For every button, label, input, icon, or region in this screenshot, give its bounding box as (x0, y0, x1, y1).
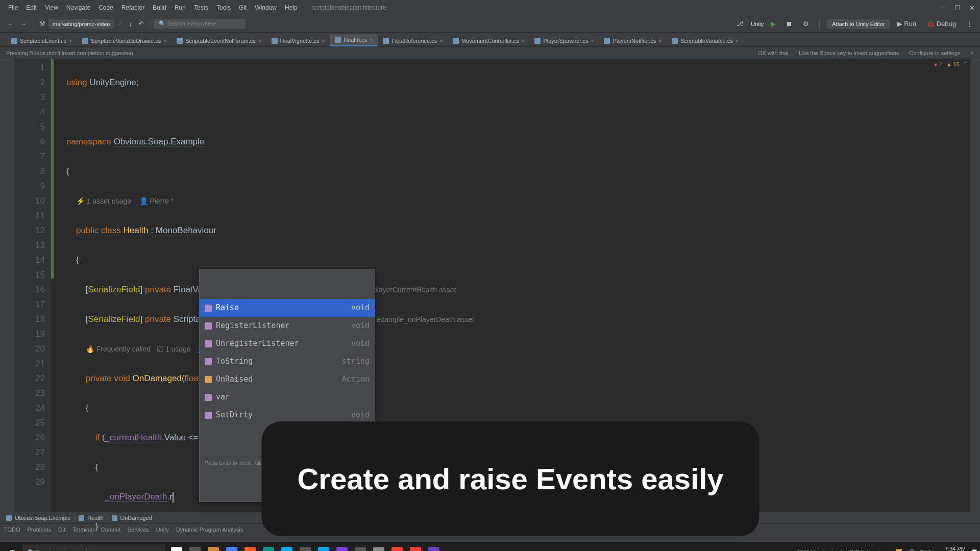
tab-scriptablevariable[interactable]: ScriptableVariable.cs× (667, 35, 743, 46)
hint-action[interactable]: Use the Space key to insert suggestions (799, 50, 899, 56)
tab-playersnotifier[interactable]: PlayersNotifier.cs× (599, 35, 667, 46)
tab-scriptableevent[interactable]: ScriptableEvent.cs× (6, 35, 77, 46)
gear-icon[interactable]: ⚙ (800, 18, 812, 30)
tab-healvignette[interactable]: HealVignette.cs× (266, 35, 330, 46)
file-icon (604, 38, 610, 44)
close-icon[interactable]: × (971, 50, 974, 56)
line-gutter[interactable]: 1234567891011121314151617181920212223242… (15, 59, 51, 512)
menu-edit[interactable]: Edit (22, 4, 41, 11)
promo-overlay: Create and raise Events easily (261, 421, 759, 536)
menu-build[interactable]: Build (149, 4, 170, 11)
play-icon[interactable]: ▶ (768, 18, 779, 30)
tool-tab-problems[interactable]: Problems (28, 527, 51, 533)
ac-item-tostring[interactable]: ToStringstring (200, 353, 375, 370)
close-icon[interactable]: × (522, 38, 525, 44)
main-menu[interactable]: FileEditViewNavigateCodeRefactorBuildRun… (4, 4, 302, 11)
method-icon (205, 305, 212, 312)
tab-floatreference[interactable]: FloatReference.cs× (378, 35, 448, 46)
menu-refactor[interactable]: Refactor (117, 4, 149, 11)
menu-file[interactable]: File (4, 4, 22, 11)
menu-run[interactable]: Run (170, 4, 190, 11)
back-icon[interactable]: ← (4, 18, 17, 30)
start-button[interactable]: ⊞ (2, 542, 22, 552)
close-icon[interactable]: × (591, 38, 594, 44)
menu-code[interactable]: Code (94, 4, 117, 11)
main-toolbar: ← → ⚒ marketing/promo-video ✓ ↓ ↶ 🔍 Sear… (0, 15, 980, 33)
hint-action[interactable]: OK with that (758, 50, 789, 56)
close-icon[interactable]: × (163, 38, 166, 44)
menu-navigate[interactable]: Navigate (62, 4, 94, 11)
menu-git[interactable]: Git (235, 4, 251, 11)
ac-item-unregisterlistener[interactable]: UnregisterListenervoid (200, 335, 375, 353)
stop-icon[interactable]: ⏹ (783, 18, 796, 30)
crumb[interactable]: Obious.Soap.Example (15, 515, 70, 521)
update-icon[interactable]: ↓ (126, 18, 136, 30)
unity-label: Unity (751, 21, 764, 27)
ac-item-var[interactable]: var (200, 388, 375, 406)
file-icon (177, 38, 183, 44)
menu-window[interactable]: Window (251, 4, 281, 11)
file-icon (672, 38, 678, 44)
ac-item-registerlistener[interactable]: RegisterListenervoid (200, 317, 375, 335)
menu-view[interactable]: View (41, 4, 62, 11)
hint-bar: Pressing Space didn't insert completion … (0, 47, 980, 59)
maximize-icon[interactable]: ☐ (953, 4, 962, 12)
editor-tabs: ScriptableEvent.cs×ScriptableVariableDra… (0, 33, 980, 47)
ac-item-raise[interactable]: Raisevoid (200, 299, 375, 317)
code-editor[interactable]: ● 2 ▲ 15 ˅ 12345678910111213141516171819… (15, 59, 970, 512)
close-icon[interactable]: × (370, 37, 373, 43)
method-icon (205, 412, 212, 419)
overlay-text: Create and raise Events easily (297, 471, 723, 486)
close-icon[interactable]: × (439, 38, 443, 44)
tab-scriptablevariabledrawer[interactable]: ScriptableVariableDrawer.cs× (77, 35, 172, 46)
window-controls: − ☐ ✕ (939, 4, 976, 12)
close-icon[interactable]: × (736, 38, 739, 44)
branch-icon[interactable]: ⎇ (733, 18, 747, 30)
file-icon (383, 38, 389, 44)
check-icon[interactable]: ✓ (114, 18, 126, 30)
attach-dropdown[interactable]: Attach to Unity Editor (827, 19, 890, 29)
hint-action[interactable]: Configure in settings (909, 50, 960, 56)
file-icon (335, 37, 341, 43)
menu-help[interactable]: Help (281, 4, 302, 11)
tab-scriptableeventnoparam[interactable]: ScriptableEventNoParam.cs× (172, 35, 266, 46)
method-icon (205, 322, 212, 330)
menu-tools[interactable]: Tools (212, 4, 235, 11)
tab-movementcontroller[interactable]: MovementController.cs× (448, 35, 529, 46)
ac-item-onraised[interactable]: OnRaisedAction (200, 370, 375, 388)
right-tool-rail[interactable] (970, 59, 980, 512)
minimize-icon[interactable]: − (939, 4, 947, 12)
close-icon[interactable]: × (658, 38, 662, 44)
run-config-dropdown[interactable]: marketing/promo-video (48, 19, 114, 29)
file-icon (272, 38, 278, 44)
file-icon (11, 38, 17, 44)
tab-playerspawner[interactable]: PlayerSpawner.cs× (529, 35, 599, 46)
more-icon[interactable]: ⋮ (963, 18, 976, 30)
close-icon[interactable]: × (258, 38, 261, 44)
left-tool-rail[interactable] (0, 59, 15, 512)
hint-text: Pressing Space didn't insert completion … (6, 50, 133, 56)
project-name: scriptableobjectarchitecture (312, 4, 386, 11)
method-icon (205, 340, 212, 347)
event-icon (205, 376, 212, 383)
tab-health[interactable]: Health.cs× (330, 34, 378, 46)
hammer-icon[interactable]: ⚒ (36, 18, 48, 30)
kw-icon (205, 394, 212, 401)
titlebar: FileEditViewNavigateCodeRefactorBuildRun… (0, 0, 980, 15)
tool-tab-todo[interactable]: TODO (4, 527, 20, 533)
close-icon[interactable]: × (322, 38, 325, 44)
close-icon[interactable]: × (69, 38, 72, 44)
run-btn[interactable]: ▶ Run (894, 18, 919, 30)
tool-tab-git[interactable]: Git (58, 527, 65, 533)
file-icon (453, 38, 459, 44)
debug-btn[interactable]: 🐞 Debug (923, 18, 959, 30)
notification-icon[interactable]: 💬 (971, 549, 978, 551)
menu-tests[interactable]: Tests (190, 4, 212, 11)
close-icon[interactable]: ✕ (968, 4, 976, 12)
code-area[interactable]: using UnityEngine; namespace Obvious.Soa… (51, 59, 970, 512)
search-input[interactable]: 🔍 Search everywhere (154, 19, 246, 29)
method-icon (205, 358, 212, 365)
revert-icon[interactable]: ↶ (135, 18, 147, 30)
file-icon (82, 38, 88, 44)
forward-icon[interactable]: → (17, 18, 30, 30)
